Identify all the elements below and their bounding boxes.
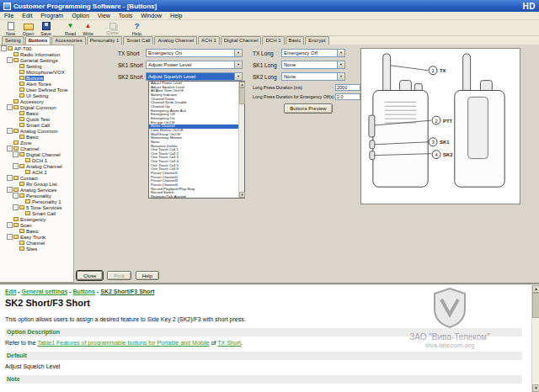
tree-toggle-icon[interactable]: - bbox=[7, 234, 13, 240]
tab[interactable]: Setting bbox=[2, 36, 24, 45]
tree-item[interactable]: Channel bbox=[0, 240, 73, 246]
tree-item[interactable]: ACH 1 bbox=[0, 169, 73, 175]
tree-item[interactable]: Accessory bbox=[0, 98, 73, 104]
dropdown-select[interactable]: Emergency On ▼ bbox=[146, 49, 243, 57]
help-scrollbar[interactable]: ▲ ▼ bbox=[531, 285, 539, 392]
tree-toggle-icon[interactable]: - bbox=[7, 187, 13, 193]
dropdown-scrollbar[interactable]: ▲ ▼ bbox=[238, 82, 244, 198]
tree-item[interactable]: - Contact bbox=[0, 175, 73, 181]
tree-item[interactable]: Setting bbox=[0, 63, 73, 69]
tree-item[interactable]: - Easy Trunk bbox=[0, 234, 73, 240]
tab[interactable]: DCH 1 bbox=[262, 36, 284, 45]
breadcrumb-link[interactable]: Buttons bbox=[73, 289, 95, 294]
tab[interactable]: Analog Channel bbox=[154, 36, 197, 45]
dropdown-select[interactable]: None ▼ bbox=[281, 72, 345, 81]
duration-input[interactable] bbox=[335, 93, 360, 100]
dropdown-select[interactable]: Adjust Power Level ▼ bbox=[146, 61, 243, 69]
tree-item[interactable]: User Defined Tone bbox=[0, 87, 73, 93]
scroll-up-icon[interactable]: ▲ bbox=[239, 82, 245, 87]
tree-item[interactable]: Zone bbox=[0, 140, 73, 146]
tree-item[interactable]: Basic bbox=[0, 110, 73, 116]
tree-item[interactable]: - Digital Channel bbox=[0, 151, 73, 157]
tab[interactable]: Digital Channel bbox=[221, 36, 262, 45]
tab[interactable]: Buttons bbox=[25, 36, 51, 45]
toolbar-button[interactable]: Save bbox=[37, 21, 55, 36]
titlebar[interactable]: Customer Programming Software - [Buttons… bbox=[0, 0, 539, 12]
chevron-down-icon[interactable]: ▼ bbox=[337, 50, 344, 56]
tab[interactable]: Smart Call bbox=[123, 36, 153, 45]
menu-item[interactable]: Tools bbox=[115, 12, 136, 19]
table1-link[interactable]: Table1 Features of programmable buttons … bbox=[37, 340, 209, 346]
scroll-up-icon[interactable]: ▲ bbox=[532, 285, 539, 293]
tab[interactable]: Personality 1 bbox=[87, 36, 123, 45]
tree-item[interactable]: DCH 1 bbox=[0, 157, 73, 163]
scrollbar-thumb[interactable] bbox=[532, 293, 539, 318]
menu-item[interactable]: File bbox=[0, 12, 18, 19]
dropdown-select[interactable]: Emergency Off ▼ bbox=[281, 49, 345, 57]
menu-item[interactable]: Option bbox=[67, 12, 93, 19]
toolbar-button[interactable]: Read bbox=[61, 21, 79, 36]
chevron-down-icon[interactable]: ▼ bbox=[337, 61, 344, 68]
tree-toggle-icon[interactable]: - bbox=[1, 45, 7, 51]
tree-item[interactable]: Rx Group List bbox=[0, 181, 73, 187]
chevron-down-icon[interactable]: ▼ bbox=[337, 73, 344, 80]
tree-item[interactable]: Personality 1 bbox=[0, 199, 73, 204]
tree-item[interactable]: Buttons bbox=[0, 75, 73, 81]
menu-item[interactable]: Edit bbox=[18, 12, 36, 19]
tree-item[interactable]: Alert Tones bbox=[0, 81, 73, 87]
tree-toggle-icon[interactable]: - bbox=[7, 222, 13, 228]
menu-item[interactable]: Program bbox=[36, 12, 67, 19]
tree-item[interactable]: Radio Information bbox=[0, 51, 73, 57]
dropdown-option[interactable]: Repeater/Talk Around bbox=[149, 195, 238, 198]
tree-item[interactable]: UI Setting bbox=[0, 93, 73, 98]
tree-item[interactable]: - General Settings bbox=[0, 57, 73, 63]
menu-item[interactable]: Help bbox=[166, 12, 186, 19]
buttons-preview-button[interactable]: Buttons Preview bbox=[284, 103, 333, 114]
toolbar-button[interactable]: Clone bbox=[104, 21, 121, 35]
tx-short-link[interactable]: TX Short bbox=[217, 340, 241, 346]
tree-item[interactable]: - Analog Channel bbox=[0, 163, 73, 169]
tab[interactable]: ACH 1 bbox=[198, 36, 220, 45]
tree-item[interactable]: - Scan bbox=[0, 222, 73, 228]
breadcrumb-link[interactable]: Edit bbox=[5, 289, 16, 294]
dropdown-select[interactable]: Adjust Squelch Level ▼ bbox=[146, 72, 243, 81]
tree-item[interactable]: Microphone/VOX bbox=[0, 69, 73, 75]
tree-item[interactable]: Quick Test bbox=[0, 116, 73, 122]
tree-toggle-icon[interactable]: - bbox=[7, 104, 13, 110]
tab[interactable]: Accessories bbox=[51, 36, 85, 45]
tree-item[interactable]: - Channel bbox=[0, 146, 73, 151]
tree-item[interactable]: Smart Call bbox=[0, 122, 73, 128]
tree-item[interactable]: - Personality bbox=[0, 193, 73, 199]
tree-item[interactable]: Smart Call bbox=[0, 210, 73, 216]
toolbar-button[interactable]: Open bbox=[19, 21, 37, 36]
tree-item[interactable]: Basic bbox=[0, 134, 73, 140]
tree-toggle-icon[interactable]: - bbox=[13, 163, 19, 169]
scroll-down-icon[interactable]: ▼ bbox=[532, 384, 539, 392]
toolbar-button[interactable]: Write bbox=[79, 21, 97, 36]
scrollbar-thumb[interactable] bbox=[239, 87, 245, 104]
chevron-down-icon[interactable]: ▼ bbox=[234, 50, 242, 56]
tree-toggle-icon[interactable]: - bbox=[13, 151, 19, 157]
tab[interactable]: Basic bbox=[286, 36, 305, 45]
tree-item[interactable]: - Analog Services bbox=[0, 187, 73, 193]
dialog-button[interactable]: Close bbox=[77, 271, 103, 280]
toolbar-button[interactable]: Help bbox=[128, 21, 146, 36]
dialog-button[interactable]: Print bbox=[107, 271, 131, 280]
tab[interactable]: Encrypt bbox=[305, 36, 328, 45]
tree-item[interactable]: Emergency bbox=[0, 216, 73, 222]
tree-toggle-icon[interactable]: - bbox=[7, 175, 13, 181]
breadcrumb-link[interactable]: General settings bbox=[21, 289, 67, 294]
tree-toggle-icon[interactable]: - bbox=[13, 193, 19, 199]
tree-item[interactable]: - Analog Common bbox=[0, 128, 73, 134]
chevron-down-icon[interactable]: ▼ bbox=[234, 61, 242, 68]
tree-toggle-icon[interactable]: - bbox=[7, 128, 13, 134]
tree-toggle-icon[interactable]: - bbox=[7, 146, 13, 151]
tree-item[interactable]: - AP-T00 bbox=[0, 45, 73, 51]
chevron-down-icon[interactable]: ▼ bbox=[234, 73, 242, 80]
scroll-down-icon[interactable]: ▼ bbox=[239, 192, 245, 198]
duration-input[interactable] bbox=[335, 84, 360, 91]
breadcrumb-link[interactable]: SK2 Short/F3 Short bbox=[100, 289, 154, 294]
tree-item[interactable]: Basic bbox=[0, 228, 73, 234]
tree-item[interactable]: - Digital Common bbox=[0, 104, 73, 110]
tree-item[interactable]: Sites bbox=[0, 246, 73, 252]
